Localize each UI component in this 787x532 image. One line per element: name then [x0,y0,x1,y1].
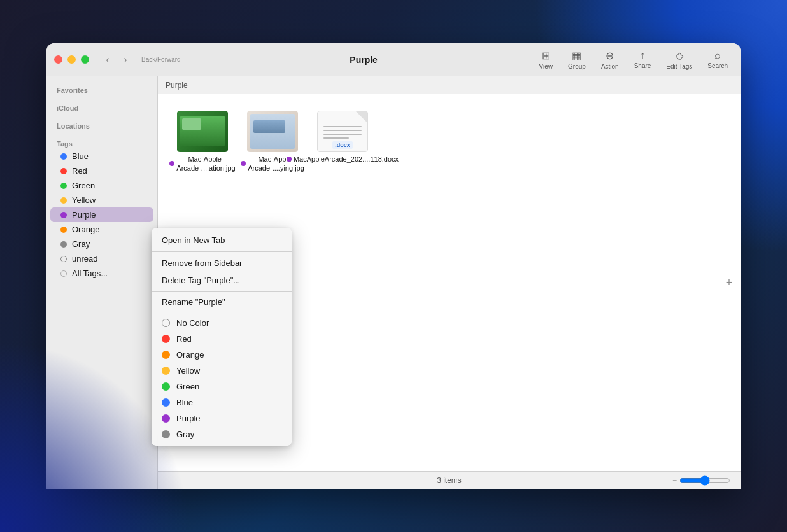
ctx-color-orange-label: Orange [176,350,204,360]
action-button[interactable]: ⊖ Action [596,47,624,73]
ctx-open-new-tab[interactable]: Open in New Tab [152,232,292,249]
sidebar-item-orange[interactable]: Orange [50,222,153,237]
file-item-2[interactable]: Mac-Apple-Arcade-....ying.jpg [241,107,304,177]
group-label: Group [568,63,586,70]
sidebar-item-blue-label: Blue [72,151,89,161]
close-button[interactable] [54,55,62,64]
ctx-color-green-label: Green [176,382,199,391]
sidebar: Favorites iCloud Locations Tags Blue Red… [46,76,158,489]
ctx-color-gray-label: Gray [176,430,194,439]
zoom-slider[interactable]: − [672,475,730,486]
file-docx-badge: .docx [332,141,353,149]
ctx-color-red-label: Red [176,334,192,344]
ctx-color-blue-label: Blue [176,398,193,407]
yellow-color-dot-icon [162,367,170,375]
share-label: Share [634,62,651,69]
finder-window: ‹ › Back/Forward Purple ⊞ View ▦ Group ⊖… [46,43,741,489]
path-bar: Purple + [158,76,741,94]
sidebar-section-favorites: Favorites [46,83,157,95]
search-button[interactable]: ⌕ Search [702,47,733,72]
unread-dot-icon [60,256,67,262]
search-icon: ⌕ [714,50,721,61]
file-name-1: Mac-Apple-Arcade-....ation.jpg [169,155,235,173]
file-docx-line [323,137,349,139]
view-label: View [539,63,553,70]
ctx-color-red[interactable]: Red [152,331,292,347]
group-button[interactable]: ▦ Group [563,47,591,73]
sidebar-item-orange-label: Orange [72,225,99,234]
ctx-color-purple[interactable]: Purple [152,410,292,426]
sidebar-section-icloud: iCloud [46,101,157,113]
ctx-remove-sidebar[interactable]: Remove from Sidebar [152,255,292,272]
sidebar-item-red[interactable]: Red [50,164,153,178]
add-tab-button[interactable]: + [723,276,735,289]
edit-tags-label: Edit Tags [666,63,692,70]
back-forward-label: Back/Forward [141,56,181,63]
file-img-1 [177,111,228,152]
file-item-1[interactable]: Mac-Apple-Arcade-....ation.jpg [171,107,234,177]
edit-tags-button[interactable]: ◇ Edit Tags [661,47,697,73]
traffic-lights [54,55,89,64]
forward-button[interactable]: › [117,53,134,67]
ctx-color-blue[interactable]: Blue [152,395,292,410]
sidebar-item-green-label: Green [72,181,95,190]
green-color-dot-icon [162,382,170,391]
zoom-range-input[interactable] [679,475,730,486]
red-color-dot-icon [162,335,170,343]
blue-dot-icon [60,153,67,160]
file-thumb-2 [247,111,298,152]
ctx-color-yellow-label: Yellow [176,366,200,375]
zoom-button[interactable] [81,55,89,64]
file-img-2 [247,111,298,152]
sidebar-item-all-tags[interactable]: All Tags... [50,266,153,281]
sidebar-item-unread[interactable]: unread [50,251,153,266]
nav-buttons: ‹ › [99,53,134,67]
red-dot-icon [60,168,67,174]
purple-color-dot-icon [162,414,170,423]
ctx-rename[interactable]: Rename "Purple" [152,295,292,309]
minimize-button[interactable] [67,55,76,64]
no-color-dot-icon [162,319,170,327]
file-item-3[interactable]: .docx MacAppleArcade_202....118.docx [311,107,374,177]
toolbar-actions: ⊞ View ▦ Group ⊖ Action ↑ Share ◇ Edit T… [534,47,733,73]
view-icon: ⊞ [542,50,550,62]
sidebar-item-green[interactable]: Green [50,178,153,193]
share-button[interactable]: ↑ Share [629,47,656,72]
sidebar-item-blue[interactable]: Blue [50,149,153,164]
orange-color-dot-icon [162,351,170,359]
ctx-color-no-color[interactable]: No Color [152,315,292,331]
ctx-color-orange[interactable]: Orange [152,347,292,363]
yellow-dot-icon [60,197,67,204]
sidebar-item-purple[interactable]: Purple [50,207,153,222]
back-button[interactable]: ‹ [99,53,116,67]
ctx-color-gray[interactable]: Gray [152,426,292,442]
green-dot-icon [60,183,67,189]
gray-dot-icon [60,241,67,248]
zoom-minus-icon: − [672,476,677,485]
share-icon: ↑ [640,50,645,61]
file-tag-dot-2 [241,161,246,166]
sidebar-item-yellow[interactable]: Yellow [50,193,153,207]
window-title: Purple [194,55,534,65]
title-bar: ‹ › Back/Forward Purple ⊞ View ▦ Group ⊖… [46,43,741,76]
sidebar-item-unread-label: unread [72,254,97,263]
purple-dot-icon [60,212,67,218]
file-docx-lines [323,126,362,139]
file-docx-line [323,130,362,131]
content-area: Favorites iCloud Locations Tags Blue Red… [46,76,741,489]
sidebar-item-gray-label: Gray [72,239,90,249]
sidebar-item-all-tags-label: All Tags... [72,269,108,278]
ctx-separator-3 [152,312,292,312]
ctx-delete-tag[interactable]: Delete Tag "Purple"... [152,272,292,289]
view-button[interactable]: ⊞ View [534,47,558,73]
gray-color-dot-icon [162,430,170,438]
ctx-color-yellow[interactable]: Yellow [152,363,292,379]
sidebar-item-yellow-label: Yellow [72,195,96,205]
sidebar-item-gray[interactable]: Gray [50,237,153,251]
action-label: Action [601,63,619,70]
file-docx-3: .docx [317,111,368,152]
group-icon: ▦ [572,50,581,62]
ctx-color-green[interactable]: Green [152,379,292,395]
sidebar-item-red-label: Red [72,166,87,176]
path-label: Purple [166,81,188,90]
